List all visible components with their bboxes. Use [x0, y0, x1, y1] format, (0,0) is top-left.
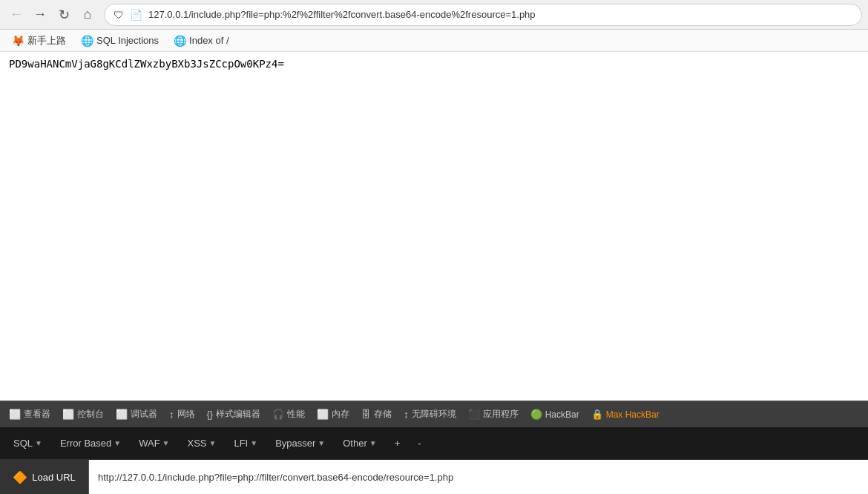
bookmark-label: Index of / [189, 35, 228, 46]
page-content: PD9waHANCmVjaG8gKCdlZWxzbyBXb3JsZCcpOw0K… [0, 52, 868, 401]
inspector-label: 查看器 [24, 408, 50, 421]
xss-label: XSS [188, 438, 207, 449]
hackbar-error-based[interactable]: Error Based ▼ [53, 433, 128, 453]
dev-tool-accessibility[interactable]: ↕ 无障碍环境 [398, 405, 462, 424]
performance-label: 性能 [287, 408, 305, 421]
sql-label: SQL [13, 438, 33, 449]
network-icon: ↕ [169, 409, 174, 420]
console-icon: ⬜ [62, 409, 74, 420]
style-editor-label: 样式编辑器 [216, 408, 260, 421]
other-dropdown-arrow: ▼ [369, 439, 377, 447]
bookmark-sql-injections[interactable]: 🌐 SQL Injections [75, 33, 165, 48]
waf-dropdown-arrow: ▼ [162, 439, 170, 447]
dev-tool-hackbar[interactable]: 🟢 HackBar [525, 406, 585, 423]
dev-tool-max-hackbar[interactable]: 🔒 Max HackBar [585, 406, 665, 423]
bookmark-index-of[interactable]: 🌐 Index of / [168, 33, 234, 48]
error-based-dropdown-arrow: ▼ [114, 439, 121, 447]
globe-icon-2: 🌐 [174, 35, 186, 47]
other-label: Other [343, 438, 367, 449]
inspector-icon: ⬜ [9, 409, 21, 420]
accessibility-label: 无障碍环境 [412, 408, 456, 421]
address-bar: 🛡 📄 127.0.0.1/include.php?file=php:%2f%2… [104, 4, 862, 26]
dev-toolbar: ⬜ 查看器 ⬜ 控制台 ⬜ 调试器 ↕ 网络 {} 样式编辑器 🎧 性能 ⬜ 内… [0, 401, 868, 427]
app-manager-icon: ⬛ [468, 409, 480, 420]
dev-tool-debugger[interactable]: ⬜ 调试器 [110, 405, 163, 424]
security-icon: 🛡 [114, 9, 124, 21]
dev-tool-style-editor[interactable]: {} 样式编辑器 [201, 405, 267, 424]
memory-icon: ⬜ [317, 409, 329, 420]
dev-tool-memory[interactable]: ⬜ 内存 [311, 405, 355, 424]
hackbar-waf[interactable]: WAF ▼ [131, 433, 177, 453]
bypasser-dropdown-arrow: ▼ [318, 439, 325, 447]
xss-dropdown-arrow: ▼ [209, 439, 217, 447]
bookmarks-bar: 🦊 新手上路 🌐 SQL Injections 🌐 Index of / [0, 30, 868, 52]
debugger-icon: ⬜ [116, 409, 128, 420]
style-editor-icon: {} [207, 409, 214, 420]
sql-dropdown-arrow: ▼ [35, 439, 42, 447]
home-button[interactable]: ⌂ [77, 4, 98, 25]
hackbar-menu: SQL ▼ Error Based ▼ WAF ▼ XSS ▼ LFI ▼ By… [0, 427, 868, 460]
hackbar-bypasser[interactable]: Bypasser ▼ [268, 433, 332, 453]
app-manager-label: 应用程序 [483, 408, 519, 421]
accessibility-icon: ↕ [404, 409, 409, 420]
bypasser-label: Bypasser [275, 438, 315, 449]
lfi-label: LFI [234, 438, 248, 449]
page-text: PD9waHANCmVjaG8gKCdlZWxzbyBXb3JsZCcpOw0K… [9, 58, 284, 70]
max-hackbar-icon: 🔒 [591, 409, 603, 420]
memory-label: 内存 [332, 408, 349, 421]
hackbar-label: HackBar [545, 409, 579, 420]
storage-label: 存储 [374, 408, 392, 421]
load-url-icon: 🔶 [13, 470, 27, 484]
performance-icon: 🎧 [272, 409, 284, 420]
back-button[interactable]: ← [6, 4, 27, 25]
waf-label: WAF [139, 438, 160, 449]
plus-label: + [395, 438, 401, 449]
firefox-icon: 🦊 [12, 35, 24, 47]
error-based-label: Error Based [60, 438, 111, 449]
reload-button[interactable]: ↻ [53, 4, 74, 25]
hackbar-url-input[interactable] [89, 460, 868, 494]
browser-toolbar: ← → ↻ ⌂ 🛡 📄 127.0.0.1/include.php?file=p… [0, 0, 868, 30]
bookmark-label: SQL Injections [96, 35, 159, 46]
load-url-button[interactable]: 🔶 Load URL [0, 460, 89, 494]
max-hackbar-label: Max HackBar [606, 409, 660, 420]
bookmark-xinshang[interactable]: 🦊 新手上路 [6, 33, 72, 49]
dev-tool-console[interactable]: ⬜ 控制台 [56, 405, 110, 424]
dev-tool-inspector[interactable]: ⬜ 查看器 [3, 405, 56, 424]
network-label: 网络 [177, 408, 195, 421]
hackbar-lfi[interactable]: LFI ▼ [226, 433, 265, 453]
hackbar-xss[interactable]: XSS ▼ [180, 433, 224, 453]
globe-icon: 🌐 [81, 35, 93, 47]
forward-button[interactable]: → [30, 4, 50, 25]
storage-icon: 🗄 [361, 409, 371, 420]
hackbar-minus[interactable]: - [410, 433, 428, 453]
hackbar-icon: 🟢 [530, 409, 542, 420]
page-icon: 📄 [130, 9, 142, 21]
dev-tool-app-manager[interactable]: ⬛ 应用程序 [462, 405, 525, 424]
bookmark-label: 新手上路 [27, 34, 66, 47]
dev-tool-network[interactable]: ↕ 网络 [163, 405, 201, 424]
minus-label: - [418, 438, 421, 449]
hackbar-sql[interactable]: SQL ▼ [6, 433, 50, 453]
load-url-label: Load URL [32, 472, 76, 483]
dev-tool-storage[interactable]: 🗄 存储 [355, 405, 398, 424]
hackbar-plus[interactable]: + [387, 433, 408, 453]
dev-tool-performance[interactable]: 🎧 性能 [266, 405, 311, 424]
debugger-label: 调试器 [131, 408, 157, 421]
url-input[interactable]: 127.0.0.1/include.php?file=php:%2f%2ffil… [148, 9, 852, 20]
nav-buttons: ← → ↻ ⌂ [6, 4, 98, 25]
hackbar-url-row: 🔶 Load URL [0, 460, 868, 494]
lfi-dropdown-arrow: ▼ [250, 439, 257, 447]
hackbar-other[interactable]: Other ▼ [335, 433, 384, 453]
console-label: 控制台 [77, 408, 104, 421]
hackbar: SQL ▼ Error Based ▼ WAF ▼ XSS ▼ LFI ▼ By… [0, 427, 868, 494]
